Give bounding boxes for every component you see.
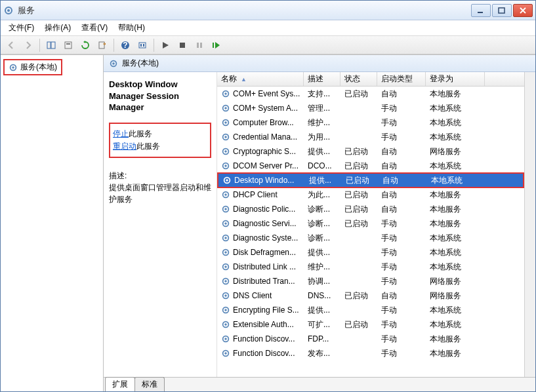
gear-icon — [221, 190, 230, 199]
service-row[interactable]: Encrypting File S...提供...手动本地系统 — [217, 303, 524, 317]
stop-service-button[interactable] — [175, 38, 190, 52]
service-row[interactable]: Diagnostic Servi...诊断...已启动手动本地服务 — [217, 216, 524, 231]
svg-point-21 — [112, 62, 115, 65]
service-row[interactable]: Distributed Link ...维护...手动本地系统 — [217, 260, 524, 274]
svg-point-33 — [224, 165, 227, 167]
service-row[interactable]: DNS ClientDNS...已启动自动网络服务 — [217, 288, 524, 303]
col-desc[interactable]: 描述 — [304, 72, 340, 86]
svg-point-47 — [224, 265, 227, 268]
tab-extended[interactable]: 扩展 — [105, 377, 135, 391]
right-pane-title: 服务(本地) — [122, 58, 159, 69]
grid-body[interactable]: COM+ Event Sys...支持...已启动自动本地服务COM+ Syst… — [217, 87, 524, 377]
svg-point-23 — [224, 92, 227, 95]
back-button[interactable] — [3, 38, 19, 52]
gear-icon — [221, 277, 230, 286]
service-row[interactable]: Function Discov...发布...手动本地服务 — [217, 346, 524, 361]
detail-panel: Desktop Window Manager Session Manager 停… — [104, 72, 216, 377]
services-window: 服务 文件(F) 操作(A) 查看(V) 帮助(H) ? — [0, 0, 536, 392]
export-button[interactable] — [94, 38, 110, 52]
menu-file[interactable]: 文件(F) — [5, 21, 38, 35]
service-row[interactable]: Credential Mana...为用...手动本地系统 — [217, 130, 524, 144]
svg-point-49 — [224, 280, 227, 283]
action-button[interactable] — [134, 38, 150, 52]
gear-icon — [221, 161, 230, 170]
gear-icon — [221, 147, 230, 156]
gear-icon — [221, 320, 230, 329]
col-startup[interactable]: 启动类型 — [377, 72, 426, 86]
service-row[interactable]: Cryptographic S...提供...已启动自动网络服务 — [217, 144, 524, 159]
col-logon[interactable]: 登录为 — [426, 72, 485, 86]
menu-action[interactable]: 操作(A) — [41, 21, 75, 35]
properties-button[interactable] — [60, 38, 76, 52]
vertical-scrollbar[interactable] — [524, 72, 535, 377]
service-row[interactable]: Extensible Auth...可扩...已启动手动本地系统 — [217, 317, 524, 332]
show-hide-tree-button[interactable] — [43, 38, 59, 52]
minimize-button[interactable] — [471, 4, 491, 17]
view-tabs: 扩展 标准 — [104, 377, 535, 391]
svg-point-19 — [12, 66, 14, 69]
svg-point-35 — [226, 179, 228, 182]
tree-node-services-local[interactable]: 服务(本地) — [3, 59, 62, 75]
gear-icon — [109, 59, 118, 68]
svg-rect-17 — [213, 43, 214, 48]
svg-point-37 — [224, 193, 227, 196]
close-button[interactable] — [513, 4, 533, 17]
service-row[interactable]: Disk Defragmen...提供...手动本地系统 — [217, 245, 524, 260]
service-row[interactable]: COM+ Event Sys...支持...已启动自动本地服务 — [217, 87, 524, 101]
forward-button[interactable] — [20, 38, 36, 52]
svg-point-55 — [224, 323, 227, 326]
stop-link[interactable]: 停止 — [113, 129, 129, 138]
service-row[interactable]: DCOM Server Pr...DCO...已启动自动本地系统 — [217, 159, 524, 173]
svg-point-1 — [7, 9, 10, 12]
gear-icon — [221, 219, 230, 228]
service-row[interactable]: Diagnostic Polic...诊断...已启动自动本地服务 — [217, 202, 524, 216]
svg-point-39 — [224, 208, 227, 210]
svg-point-51 — [224, 294, 227, 297]
content-area: 服务(本地) 服务(本地) Desktop Window Manager Ses… — [1, 54, 535, 391]
svg-rect-11 — [139, 43, 146, 48]
svg-point-25 — [224, 107, 227, 109]
services-grid: 名称▲ 描述 状态 启动类型 登录为 COM+ Event Sys...支持..… — [216, 72, 524, 377]
help-button[interactable]: ? — [117, 38, 133, 52]
titlebar[interactable]: 服务 — [1, 1, 535, 20]
tree-node-label: 服务(本地) — [20, 62, 57, 73]
svg-rect-2 — [478, 12, 483, 13]
gear-icon — [221, 104, 230, 113]
svg-point-53 — [224, 309, 227, 311]
gear-icon — [221, 248, 230, 257]
svg-rect-3 — [499, 8, 505, 13]
description-label: 描述: — [109, 170, 211, 182]
service-row[interactable]: Desktop Windo...提供...已启动自动本地系统 — [217, 172, 524, 188]
service-row[interactable]: COM+ System A...管理...手动本地系统 — [217, 101, 524, 115]
service-row[interactable]: DHCP Client为此...已启动自动本地服务 — [217, 187, 524, 202]
menu-view[interactable]: 查看(V) — [77, 21, 112, 35]
maximize-button[interactable] — [492, 4, 512, 17]
svg-rect-5 — [51, 42, 55, 49]
svg-point-57 — [224, 338, 227, 340]
gear-icon — [221, 262, 230, 271]
svg-rect-12 — [140, 44, 142, 47]
service-row[interactable]: Function Discov...FDP...手动本地服务 — [217, 332, 524, 346]
restart-service-button[interactable] — [209, 38, 224, 52]
svg-rect-4 — [47, 42, 51, 49]
gear-icon — [221, 334, 230, 343]
restart-link[interactable]: 重启动 — [113, 142, 136, 151]
tree-pane[interactable]: 服务(本地) — [1, 55, 104, 391]
gear-icon — [221, 305, 230, 315]
menu-help[interactable]: 帮助(H) — [114, 21, 149, 35]
gear-icon — [222, 176, 232, 185]
col-name[interactable]: 名称▲ — [217, 72, 304, 86]
gear-icon — [221, 349, 230, 358]
svg-point-43 — [224, 237, 227, 239]
tab-standard[interactable]: 标准 — [134, 377, 165, 391]
svg-rect-15 — [197, 43, 199, 48]
refresh-button[interactable] — [77, 38, 93, 52]
col-status[interactable]: 状态 — [340, 72, 377, 86]
pause-service-button[interactable] — [192, 38, 207, 52]
service-row[interactable]: Diagnostic Syste...诊断...手动本地系统 — [217, 231, 524, 245]
service-row[interactable]: Computer Brow...维护...手动本地系统 — [217, 115, 524, 130]
svg-rect-13 — [143, 44, 144, 47]
service-row[interactable]: Distributed Tran...协调...手动网络服务 — [217, 274, 524, 288]
svg-point-29 — [224, 136, 227, 138]
start-service-button[interactable] — [157, 38, 173, 52]
